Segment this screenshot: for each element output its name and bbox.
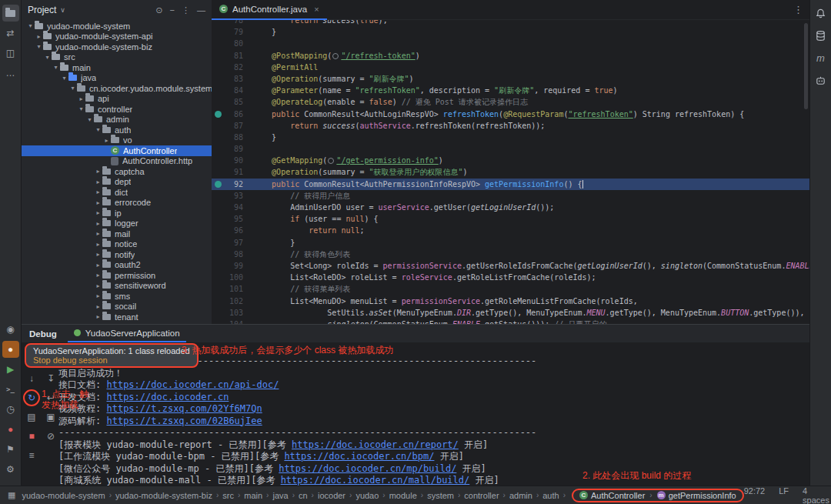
- commit-tool-icon[interactable]: ⇄: [2, 25, 19, 42]
- debug-tool-icon[interactable]: ●: [2, 341, 19, 358]
- tree-chevron-icon[interactable]: ▸: [94, 241, 102, 248]
- tab-options-icon[interactable]: ⋮: [793, 4, 803, 15]
- breadcrumb-iocoder[interactable]: iocoder: [318, 491, 345, 500]
- tree-chevron-icon[interactable]: ▾: [35, 43, 43, 50]
- breadcrumb-src[interactable]: src: [222, 491, 234, 500]
- maven-tool-icon[interactable]: m: [813, 49, 829, 66]
- tree-chevron-icon[interactable]: ▸: [94, 220, 102, 227]
- breadcrumb-module[interactable]: module: [389, 491, 417, 500]
- project-tool-icon[interactable]: [2, 5, 19, 22]
- tree-item-yudao-module-system-biz[interactable]: ▾yudao-module-system-biz: [22, 42, 212, 52]
- breadcrumb-auth[interactable]: auth: [542, 491, 559, 500]
- breadcrumb-yudao-module-system-biz[interactable]: yudao-module-system-biz: [115, 491, 212, 500]
- tree-item-java[interactable]: ▾java: [22, 73, 212, 84]
- tree-chevron-icon[interactable]: ▸: [94, 209, 102, 216]
- breadcrumb-yudao[interactable]: yudao: [355, 491, 379, 500]
- console-link[interactable]: https://t.zsxq.com/02Yf6M7Qn: [106, 403, 262, 414]
- breadcrumb-cn[interactable]: cn: [299, 491, 308, 500]
- tree-chevron-icon[interactable]: ▾: [94, 126, 102, 133]
- tree-item-errorcode[interactable]: ▸errorcode: [22, 198, 212, 209]
- tree-chevron-icon[interactable]: ▾: [60, 75, 68, 82]
- debug-session-tab[interactable]: YudaoServerApplication: [68, 325, 186, 342]
- console-link[interactable]: https://doc.iocoder.cn/api-doc/: [106, 379, 279, 390]
- services-tool-icon[interactable]: ◉: [2, 321, 19, 338]
- stop-icon[interactable]: ■: [25, 430, 38, 442]
- tree-item-socail[interactable]: ▸socail: [22, 302, 212, 312]
- tree-chevron-icon[interactable]: ▸: [35, 33, 43, 40]
- debug-console[interactable]: ----------------------------------------…: [58, 355, 806, 486]
- tree-item-dept[interactable]: ▸dept: [22, 177, 212, 188]
- breadcrumb-AuthController[interactable]: CAuthController: [579, 491, 645, 500]
- database-tool-icon[interactable]: [813, 27, 829, 44]
- layout-settings-icon[interactable]: ▤: [25, 411, 38, 423]
- tree-item-yudao-module-system[interactable]: ▾yudao-module-system: [22, 21, 212, 32]
- tree-chevron-icon[interactable]: ▸: [102, 137, 111, 144]
- tree-chevron-icon[interactable]: ▸: [94, 168, 102, 175]
- tree-chevron-icon[interactable]: ▾: [77, 105, 85, 112]
- tree-chevron-icon[interactable]: ▸: [94, 251, 102, 258]
- breadcrumb-system[interactable]: system: [427, 491, 454, 500]
- tree-chevron-icon[interactable]: ▸: [94, 303, 102, 310]
- breadcrumb-yudao-module-system[interactable]: yudao-module-system: [22, 491, 105, 500]
- reload-changed-classes-icon[interactable]: ↻: [25, 392, 38, 404]
- console-link[interactable]: https://t.zsxq.com/02B6ujIee: [106, 416, 262, 426]
- tree-item-permission[interactable]: ▸permission: [22, 270, 212, 281]
- debug-title[interactable]: Debug: [29, 329, 57, 339]
- tree-chevron-icon[interactable]: ▸: [94, 313, 102, 320]
- tree-item-oauth2[interactable]: ▸oauth2: [22, 260, 212, 271]
- tree-item-controller[interactable]: ▾controller: [22, 104, 212, 115]
- tree-item-admin[interactable]: ▾admin: [22, 115, 212, 125]
- tree-item-AuthController[interactable]: CAuthController: [22, 145, 212, 156]
- tree-item-logger[interactable]: ▸logger: [22, 219, 212, 229]
- tree-item-api[interactable]: ▸api: [22, 94, 212, 105]
- console-link[interactable]: https://doc.iocoder.cn: [106, 392, 229, 402]
- endpoint-icon[interactable]: [215, 181, 222, 188]
- scroll-down-icon[interactable]: ↓: [25, 372, 38, 385]
- project-tree[interactable]: ▾yudao-module-system▸yudao-module-system…: [22, 21, 212, 324]
- tree-item-sensitiveword[interactable]: ▸sensitiveword: [22, 281, 212, 292]
- tree-item-dict[interactable]: ▸dict: [22, 187, 212, 198]
- tree-chevron-icon[interactable]: ▸: [77, 95, 85, 102]
- notifications-icon[interactable]: [813, 5, 829, 22]
- collapse-all-icon[interactable]: −: [170, 5, 175, 15]
- tree-item-notice[interactable]: ▸notice: [22, 239, 212, 250]
- tree-chevron-icon[interactable]: ▾: [68, 85, 77, 92]
- tree-chevron-icon[interactable]: ▸: [94, 230, 102, 237]
- tree-chevron-icon[interactable]: ▸: [94, 199, 102, 206]
- indent-setting[interactable]: 4 spaces: [803, 486, 829, 504]
- breadcrumb-controller[interactable]: controller: [464, 491, 499, 500]
- run-tool-icon[interactable]: ▶: [2, 361, 19, 378]
- more-options-icon[interactable]: ⋮: [182, 5, 190, 15]
- terminal-tool-icon[interactable]: >_: [2, 381, 19, 398]
- breadcrumb-getPermissionInfo[interactable]: mgetPermissionInfo: [657, 491, 736, 500]
- select-opened-file-icon[interactable]: ⊙: [155, 5, 162, 15]
- tree-chevron-icon[interactable]: ▸: [94, 189, 102, 195]
- tree-chevron-icon[interactable]: ▸: [94, 282, 102, 289]
- hide-panel-icon[interactable]: —: [197, 5, 205, 15]
- tree-item-yudao-module-system-api[interactable]: ▸yudao-module-system-api: [22, 32, 212, 42]
- stop-debug-session-link[interactable]: Stop debug session: [33, 355, 190, 365]
- tree-item-AuthController.http[interactable]: AuthController.http: [22, 156, 212, 167]
- console-link[interactable]: https://doc.iocoder.cn/mall/build/: [281, 475, 470, 486]
- problems-tool-icon[interactable]: ●: [2, 421, 19, 438]
- code-editor[interactable]: 78 return success(true);79 }8081 @PostMa…: [212, 20, 809, 324]
- tree-item-tenant[interactable]: ▸tenant: [22, 312, 212, 322]
- endpoint-icon[interactable]: [215, 111, 222, 118]
- console-link[interactable]: https://doc.iocoder.cn/bpm/: [284, 451, 434, 462]
- caret-position[interactable]: 92:72: [744, 486, 766, 504]
- tree-item-cn.iocoder.yudao.module.system[interactable]: ▾cn.iocoder.yudao.module.system: [22, 83, 212, 94]
- tree-item-sms[interactable]: ▸sms: [22, 291, 212, 302]
- tree-item-mail[interactable]: ▸mail: [22, 229, 212, 239]
- line-ending[interactable]: LF: [779, 486, 789, 504]
- clear-console-icon[interactable]: ⊘: [45, 430, 57, 442]
- tree-chevron-icon[interactable]: ▸: [94, 179, 102, 185]
- more-icon[interactable]: ≡: [25, 449, 38, 462]
- tree-item-notify[interactable]: ▸notify: [22, 249, 212, 260]
- copy-icon[interactable]: ▣: [45, 411, 57, 423]
- tree-chevron-icon[interactable]: ▾: [85, 116, 94, 123]
- editor-scrollbar[interactable]: [804, 23, 808, 109]
- close-tab-icon[interactable]: ×: [314, 5, 319, 14]
- tree-item-vo[interactable]: ▸vo: [22, 135, 212, 146]
- bookmarks-tool-icon[interactable]: ⚑: [2, 441, 19, 458]
- tree-chevron-icon[interactable]: ▸: [94, 262, 102, 269]
